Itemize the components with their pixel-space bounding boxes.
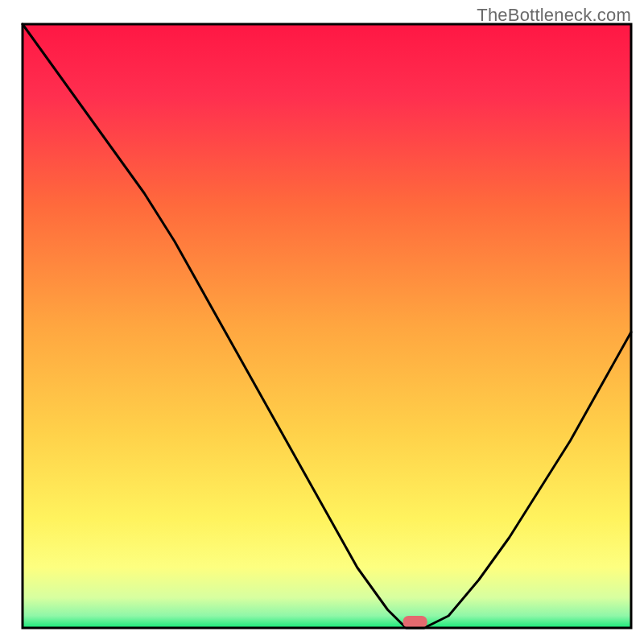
optimal-marker: [403, 616, 427, 628]
plot-background: [23, 24, 631, 628]
bottleneck-chart: [0, 0, 644, 644]
watermark-text: TheBottleneck.com: [477, 5, 631, 26]
